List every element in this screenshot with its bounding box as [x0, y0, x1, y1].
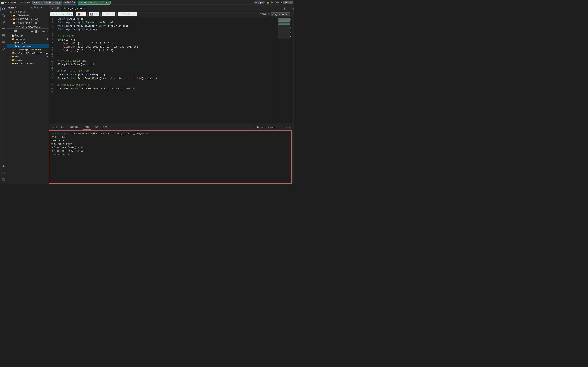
- ph-add-file-icon[interactable]: 📄+: [35, 30, 39, 33]
- folder1-item[interactable]: › 📁 1 原始业务数据: [7, 14, 49, 17]
- vsix-file-item[interactable]: ⬡ ms-toolsai-jupyter-insiders.vsix: [7, 48, 49, 51]
- ph-copy-icon[interactable]: ⧉: [41, 30, 43, 33]
- activity-bar: ⎇ ☀ ⚙ ⬛: [0, 5, 7, 184]
- jiemi-item[interactable]: › 📁 jiemi: [7, 55, 49, 58]
- zoom-out-icon[interactable]: −: [290, 22, 291, 26]
- mode-arrow-icon: ▾: [74, 1, 75, 4]
- run-arrow-icon: ▾: [71, 13, 72, 15]
- grid-icon[interactable]: ⊞: [31, 6, 33, 9]
- activity-search[interactable]: [0, 13, 7, 19]
- tab-publish[interactable]: 发布: [100, 125, 109, 130]
- terminal-output-6: 商品 ID: 104，预测评分：3.70: [52, 150, 83, 152]
- zoom-in-icon[interactable]: +: [290, 18, 291, 22]
- terminal-content[interactable]: /mnt/workspace> /usr/local/bin/python /m…: [49, 130, 292, 184]
- mm-line: [278, 25, 290, 25]
- format-button[interactable]: </> 格式化: [102, 12, 115, 17]
- filter-icon[interactable]: ⊟: [37, 6, 39, 9]
- code-editor[interactable]: 1 2 3 4 5 6 7 8 9 10 11 12 13 14: [49, 17, 292, 124]
- ec-item-rec-file[interactable]: 🐍 ec_item_rec.py: [7, 44, 49, 48]
- sidebar-project-header[interactable]: 数据开发 ⊞ 🔍 ⊟ ⊕ ↺ …: [7, 5, 49, 10]
- folder3-item[interactable]: ▾ 📁 3 零售电子商务网站业务: [7, 21, 49, 25]
- editor-more-icon[interactable]: …: [288, 7, 290, 10]
- tab-debug-label: 调试控制台: [70, 126, 80, 128]
- retail-item[interactable]: › 📁 Retail_E_commerce: [7, 62, 49, 65]
- reset-icon[interactable]: ⊙: [290, 35, 291, 38]
- tab-result[interactable]: 结果: [92, 125, 100, 130]
- maxframe-file-item[interactable]: 📦 maxframe-1.0.0rc4-cp311-cp311-manylinu…: [7, 51, 49, 55]
- tag-icon[interactable]: ⊕: [40, 6, 42, 9]
- bottom-icon[interactable]: ↓: [290, 31, 291, 34]
- ec-python-item[interactable]: ▾ 📁 ec_python: [7, 41, 49, 44]
- save-button[interactable]: 💾 保存: [89, 12, 99, 17]
- stop-button[interactable]: ⬛ 停止: [76, 12, 86, 17]
- activity-explorer[interactable]: [0, 6, 7, 12]
- plus-terminal-icon[interactable]: +: [254, 126, 256, 129]
- titlebar-tab-2[interactable]: ● retail_ec_commerce_matrix ▾: [78, 1, 111, 5]
- tab-terminal[interactable]: 终端: [83, 125, 91, 130]
- workspace-arrow: ▾: [9, 38, 11, 40]
- folder2-icon: 📁: [13, 18, 15, 21]
- activity-table[interactable]: [0, 33, 7, 39]
- folder2-item[interactable]: › 📁 2 零售电子商务站外运营: [7, 17, 49, 21]
- ph-undo-icon[interactable]: ↺: [43, 30, 45, 33]
- trash-icon[interactable]: 🗑: [278, 126, 281, 129]
- activity-git[interactable]: ⎇: [0, 19, 7, 25]
- submit-button[interactable]: ↑ 提交到项目目录: [118, 12, 137, 17]
- terminal-output-3: RMSE: 0.87: [52, 140, 64, 142]
- notification-icon[interactable]: 🔔: [267, 1, 269, 4]
- titlebar-tab2-label: retail_ec_commerce_matrix: [81, 1, 107, 4]
- file1-item[interactable]: › ▤ ads_ec_page_visit_log: [7, 25, 49, 28]
- titlebar-tab-1[interactable]: retail_ec_commerce_matrix: [32, 1, 62, 5]
- code-content[interactable]: import pandas as pd from surprise import…: [56, 17, 277, 124]
- workspace-item[interactable]: ▾ 📁 workspace: [7, 37, 49, 41]
- sidebar-header-icons: ⊞ 🔍 ⊟ ⊕ ↺ …: [31, 6, 47, 9]
- titlebar-tab1-label: retail_ec_commerce_matrix: [34, 1, 60, 4]
- tab-debug[interactable]: 调试控制台: [68, 125, 83, 130]
- search-tree-icon[interactable]: 🔍: [34, 6, 37, 9]
- run-label: 运行 Python 文件: [54, 13, 70, 16]
- code-line-17: reader = Reader(rating_scale=(1, 5)): [57, 73, 277, 77]
- hamburger-icon[interactable]: [1, 1, 4, 4]
- more-terminal-icon[interactable]: …: [282, 126, 284, 129]
- activity-settings[interactable]: ⚙: [0, 170, 7, 176]
- paimon-label: paimon: [15, 59, 22, 61]
- mm-line: [278, 21, 290, 22]
- ln22: 22: [49, 91, 55, 94]
- refresh-icon[interactable]: ↺: [43, 6, 44, 9]
- activity-debug[interactable]: [0, 26, 7, 32]
- sidebar-header-left: 数据开发: [9, 6, 16, 9]
- copilot-button[interactable]: ✦ Copilot: [254, 1, 266, 4]
- terminal-line-6: 商品 ID: 104，预测评分：3.70: [52, 150, 289, 153]
- vsix-icon: ⬡: [12, 48, 15, 51]
- activity-brightness[interactable]: ☀: [0, 163, 7, 169]
- project-root[interactable]: ▾ ⊟ 项目目录 全部: [7, 10, 49, 14]
- more-icon[interactable]: …: [45, 6, 47, 9]
- tab-problem[interactable]: 问题: [50, 125, 59, 130]
- ph-refresh-icon[interactable]: ↺: [28, 30, 30, 33]
- ph-upload-icon[interactable]: ↑: [39, 30, 40, 33]
- code-line-10: 'rating': [5, 3, 4, 2, 4, 5, 4, 5, 3]: [57, 49, 277, 52]
- run-icon-tab[interactable]: ▷: [284, 7, 286, 10]
- source-dropdown[interactable]: ⬡ e_commerce ▾: [271, 12, 290, 16]
- close-panel-icon[interactable]: ×: [289, 126, 290, 129]
- vsix-label: ms-toolsai-jupyter-insiders.vsix: [15, 49, 42, 51]
- mode-dropdown[interactable]: 简单模式 ▾: [63, 0, 77, 5]
- personal-header[interactable]: ▾ 个人目录 ↺ 📁+ 📄+ ↑ ⧉ ↺ …: [7, 29, 49, 34]
- file-tab[interactable]: 🐍 ec_item_rec.py ×: [61, 5, 88, 11]
- top-icon[interactable]: ↑: [290, 26, 291, 30]
- activity-list[interactable]: [0, 39, 7, 45]
- ph-more-icon[interactable]: …: [45, 30, 47, 33]
- activity-check[interactable]: [0, 46, 7, 52]
- run-button[interactable]: ▷ 运行 Python 文件 ▾: [50, 12, 73, 17]
- search-icon[interactable]: 🔍: [271, 1, 274, 4]
- app-name-label: DataWorks · DataStudio: [5, 1, 30, 4]
- collapse-panel-icon[interactable]: ∧: [285, 126, 287, 129]
- code-lines: 1 2 3 4 5 6 7 8 9 10 11 12 13 14: [49, 17, 292, 124]
- tab-output[interactable]: 输出: [59, 125, 68, 130]
- activity-sidebar-toggle[interactable]: ⬛: [0, 176, 7, 183]
- my-files-item[interactable]: › 📄 我的文件: [7, 34, 49, 37]
- welcome-tab[interactable]: ⚑ 欢迎: [49, 5, 61, 11]
- ph-add-folder-icon[interactable]: 📁+: [31, 30, 35, 33]
- file-tab-close[interactable]: ×: [83, 7, 86, 10]
- paimon-item[interactable]: › 📁 paimon: [7, 58, 49, 62]
